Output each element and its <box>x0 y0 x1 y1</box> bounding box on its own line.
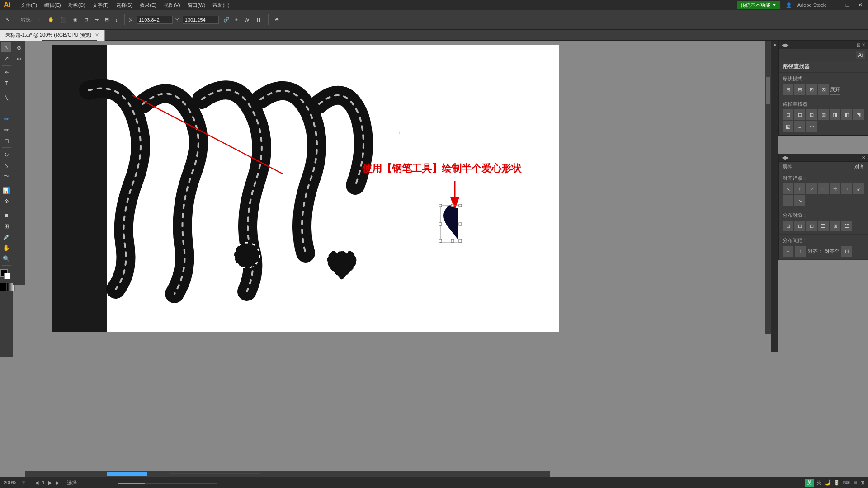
y-input[interactable] <box>183 16 219 24</box>
menu-select[interactable]: 选择(S) <box>116 2 133 9</box>
brush-tool[interactable]: ✏ <box>1 114 11 124</box>
user-icon[interactable]: 👤 <box>786 2 792 8</box>
play-btn[interactable]: ▶ <box>56 480 59 486</box>
align-bc[interactable]: ↓ <box>783 195 793 206</box>
pf-btn-10[interactable]: ⊶ <box>806 121 817 132</box>
magic-wand-tool[interactable]: ⊛ <box>14 42 24 52</box>
shape-expand-btn[interactable]: 展开 <box>830 84 840 95</box>
shape-exclude-btn[interactable]: ⊠ <box>818 84 829 95</box>
pf-btn-8[interactable]: ⬕ <box>783 121 793 132</box>
dist-space-expand[interactable]: ⊡ <box>841 246 852 257</box>
rotate-tool[interactable]: ↻ <box>1 150 11 160</box>
right-edge-icon-1[interactable]: ▶ <box>773 42 777 47</box>
transform-btn-4[interactable]: ⊡ <box>82 16 90 23</box>
ai-icon-btn[interactable]: Ai <box>856 51 865 59</box>
document-tab[interactable]: 未标题-1.ai* @ 200% (RGB/GPU 预览) ✕ <box>0 30 105 41</box>
x-input[interactable] <box>137 16 173 24</box>
zoom-tool[interactable]: 🔍 <box>1 253 11 263</box>
anchor-btn[interactable]: ◉ <box>71 16 80 23</box>
none-swatch[interactable] <box>0 283 6 291</box>
menu-window[interactable]: 窗口(W) <box>188 2 206 9</box>
align-mc[interactable]: ✛ <box>830 183 840 194</box>
close-button[interactable]: ✕ <box>856 2 864 8</box>
transform-btn-7[interactable]: ↕ <box>113 16 120 23</box>
pf-btn-6[interactable]: ◧ <box>841 109 852 120</box>
pf-btn-1[interactable]: ⊞ <box>783 109 793 120</box>
grid-icon[interactable]: ⊞ <box>860 480 864 486</box>
dist-btn-3[interactable]: ⊟ <box>806 221 817 231</box>
type-tool[interactable]: T <box>1 78 11 88</box>
eyedropper-tool[interactable]: 💉 <box>1 232 11 242</box>
shape-intersect-btn[interactable]: ⊡ <box>806 84 817 95</box>
transform-btn-6[interactable]: ⊞ <box>103 16 111 23</box>
line-tool[interactable]: ╲ <box>1 92 11 102</box>
align-bl[interactable]: ↙ <box>853 183 864 194</box>
hand-tool[interactable]: ✋ <box>1 243 11 253</box>
lasso-tool[interactable]: ∞ <box>14 53 24 63</box>
shape-minus-btn[interactable]: ⊟ <box>794 84 805 95</box>
pf-btn-7[interactable]: ⬔ <box>853 109 864 120</box>
next-page-btn[interactable]: ▶ <box>48 480 52 486</box>
menu-object[interactable]: 对象(O) <box>68 2 85 9</box>
transform-btn-1[interactable]: ↔ <box>35 16 43 23</box>
transform-btn-2[interactable]: ✋ <box>46 16 56 23</box>
pf-btn-2[interactable]: ⊟ <box>794 109 805 120</box>
pf-btn-9[interactable]: ≡ <box>794 121 805 132</box>
prev-page-btn[interactable]: ◀ <box>35 480 38 486</box>
graph-tool[interactable]: 📊 <box>1 185 11 195</box>
pencil-tool[interactable]: ✏ <box>1 125 11 135</box>
pen-tool[interactable]: ✒ <box>1 67 11 77</box>
dist-space-v[interactable]: ↕ <box>795 246 806 257</box>
lang-indicator[interactable]: 英 <box>805 479 814 487</box>
maximize-button[interactable]: □ <box>844 2 851 8</box>
menu-effect[interactable]: 效果(E) <box>140 2 156 9</box>
align-mr[interactable]: → <box>841 183 852 194</box>
transform-btn-5[interactable]: ↪ <box>93 16 100 23</box>
v-scrollbar[interactable] <box>765 41 771 334</box>
menu-edit[interactable]: 编辑(E) <box>44 2 61 9</box>
ime-icon[interactable]: 英 <box>816 479 821 486</box>
align-br[interactable]: ↘ <box>794 195 805 206</box>
h-scrollbar[interactable] <box>25 471 550 477</box>
menu-view[interactable]: 视图(V) <box>164 2 180 9</box>
menu-help[interactable]: 帮助(H) <box>212 2 229 9</box>
gradient-tool[interactable]: ■ <box>1 210 11 220</box>
w-btn[interactable]: W: <box>243 16 252 23</box>
menu-text[interactable]: 文字(T) <box>93 2 109 9</box>
align-tl[interactable]: ↖ <box>783 183 793 194</box>
toolbar-select-tool[interactable]: ↖ <box>4 16 11 23</box>
link-xy-btn[interactable]: 🔗 <box>222 16 231 23</box>
direct-select-tool[interactable]: ↗ <box>1 53 11 63</box>
tab-close[interactable]: ✕ <box>95 32 99 38</box>
dist-btn-4[interactable]: ☰ <box>818 221 829 231</box>
pf-btn-4[interactable]: ⊠ <box>818 109 829 120</box>
minimize-button[interactable]: ─ <box>831 2 839 8</box>
pf-btn-3[interactable]: ⊡ <box>806 109 817 120</box>
zoom-dropdown-btn[interactable]: ▼ <box>21 479 26 486</box>
transform-btn-3[interactable]: ⬛ <box>59 16 69 23</box>
dist-btn-5[interactable]: ⊠ <box>830 221 840 231</box>
symbol-tool[interactable]: ※ <box>1 196 11 206</box>
dist-space-h[interactable]: ↔ <box>783 246 793 257</box>
align-ml[interactable]: ← <box>818 183 829 194</box>
align-panel-arrows[interactable]: ◀▶ <box>782 155 789 160</box>
background-color[interactable] <box>4 273 10 279</box>
align-tool-btn[interactable]: ⊕ <box>273 16 281 23</box>
menu-file[interactable]: 文件(F) <box>21 2 37 9</box>
warp-tool[interactable]: 〜 <box>1 171 11 181</box>
align-tc[interactable]: ↑ <box>794 183 805 194</box>
select-tool[interactable]: ↖ <box>1 42 11 52</box>
dist-btn-6[interactable]: ☱ <box>841 221 852 231</box>
v-scroll-thumb[interactable] <box>766 77 770 104</box>
h-scroll-thumb[interactable] <box>107 472 147 476</box>
align-tr[interactable]: ↗ <box>806 183 817 194</box>
shape-unite-btn[interactable]: ⊞ <box>783 84 793 95</box>
scale-tool[interactable]: ⤡ <box>1 160 11 170</box>
rect-tool[interactable]: □ <box>1 103 11 113</box>
mesh-tool[interactable]: ⊞ <box>1 221 11 231</box>
dist-btn-2[interactable]: ⊡ <box>794 221 805 231</box>
pf-btn-5[interactable]: ◨ <box>830 109 840 120</box>
eraser-tool[interactable]: ◻ <box>1 136 11 145</box>
dist-btn-1[interactable]: ⊞ <box>783 221 793 231</box>
right-mini-panel-arrows[interactable]: ◀▶ <box>782 42 789 47</box>
